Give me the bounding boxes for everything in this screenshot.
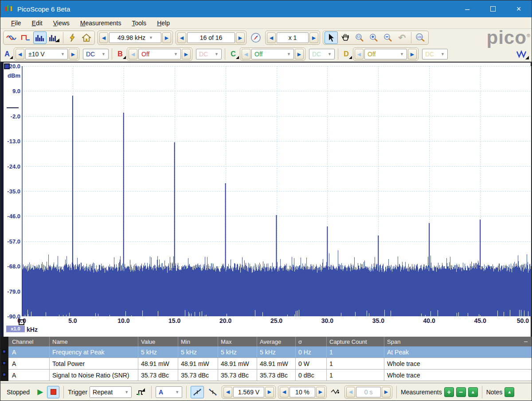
rising-edge-button[interactable]: [191, 386, 204, 398]
row-indicator-square[interactable]: [2, 361, 6, 365]
remove-measurement-button[interactable]: −: [456, 387, 466, 397]
menu-item-help[interactable]: Help: [152, 19, 175, 28]
table-row[interactable]: AFrequency at Peak5 kHz5 kHz5 kHz5 kHz0 …: [8, 346, 532, 358]
home-icon[interactable]: [80, 31, 93, 44]
delay-up-button[interactable]: ▶: [382, 387, 391, 397]
view-mode-group: [3, 31, 95, 45]
table-cell: 48.91 mW: [218, 358, 257, 369]
pointer-tools-group: ↶ 100: [323, 31, 429, 45]
y-axis-offset-marker[interactable]: [7, 107, 19, 108]
hand-tool-icon[interactable]: [339, 31, 352, 44]
menu-item-measurements[interactable]: Measurements: [75, 19, 127, 28]
stop-capture-button[interactable]: [47, 386, 59, 398]
channel-B-range-next-button[interactable]: ▶: [182, 49, 191, 59]
channel-B-range-select[interactable]: Off▼: [138, 49, 181, 59]
menu-item-file[interactable]: File: [6, 19, 27, 28]
signal-generator-icon[interactable]: [19, 31, 32, 44]
start-capture-button[interactable]: ▶: [35, 387, 45, 397]
y-tick-label: -35.0: [4, 188, 20, 195]
frequency-range-next-button[interactable]: ▶: [162, 32, 171, 43]
separator: [225, 48, 225, 60]
channel-B-options-button[interactable]: B: [115, 48, 125, 60]
marquee-zoom-icon[interactable]: [353, 31, 366, 44]
pretrigger-down-button[interactable]: ◀: [280, 387, 289, 397]
frequency-range-select[interactable]: 49.98 kHz ▼: [109, 32, 161, 43]
notes-panel-button[interactable]: ▲: [505, 387, 514, 397]
x-axis-scale-badge[interactable]: x1.0: [6, 326, 25, 332]
y-axis-unit-label: dBm: [4, 72, 20, 79]
channel-D-coupling-value: DC: [425, 51, 434, 58]
channel-A-coupling-select[interactable]: DC▼: [83, 49, 109, 59]
menu-item-tools[interactable]: Tools: [126, 19, 152, 28]
channel-D-coupling-select[interactable]: DC▼: [422, 49, 448, 59]
channel-A-options-button[interactable]: A: [2, 48, 12, 60]
delay-down-button[interactable]: ◀: [346, 387, 355, 397]
zoom-full-icon[interactable]: 100: [414, 31, 427, 44]
persistence-view-icon[interactable]: [47, 31, 61, 44]
channel-D-range-next-button[interactable]: ▶: [408, 49, 417, 59]
minimize-button[interactable]: –: [454, 0, 480, 17]
chevron-down-icon: ▼: [287, 52, 291, 56]
spectrum-plot[interactable]: [22, 66, 531, 316]
menu-item-views[interactable]: Views: [48, 19, 75, 28]
trigger-level-up-button[interactable]: ▶: [265, 387, 274, 397]
channel-C-range-select[interactable]: Off▼: [251, 49, 294, 59]
table-row[interactable]: ASignal to Noise Ratio (SNR)35.73 dBc35.…: [8, 370, 532, 381]
column-header-name: Name: [49, 337, 138, 346]
status-bar: Stopped ▶ Trigger Repeat ▼ A ▼: [0, 383, 532, 401]
scope-view-icon[interactable]: [5, 31, 18, 44]
undo-zoom-icon[interactable]: ↶: [395, 31, 409, 44]
channel-C-options-button[interactable]: C: [228, 48, 238, 60]
frequency-range-prev-button[interactable]: ◀: [99, 32, 108, 43]
add-measurement-button[interactable]: +: [444, 387, 454, 397]
column-header-span: Span: [384, 337, 532, 346]
zoom-out-icon[interactable]: [381, 31, 395, 44]
channel-A-range-prev-button[interactable]: ◀: [16, 49, 24, 59]
waveform-options-button[interactable]: [515, 48, 530, 60]
trigger-level-value[interactable]: 1.569 V: [233, 387, 264, 397]
trigger-channel-select[interactable]: A ▼: [156, 386, 182, 398]
channel-C-coupling-select[interactable]: DC▼: [309, 49, 335, 59]
zoom-in-icon[interactable]: [367, 31, 380, 44]
y-tick-label: 9.0: [4, 88, 20, 94]
y-tick-label: -46.0: [4, 213, 20, 220]
pointer-tool-icon[interactable]: [325, 31, 338, 44]
maximize-button[interactable]: [480, 0, 506, 17]
spectrum-view-icon[interactable]: [33, 31, 47, 44]
channel-C-range-prev-button[interactable]: ◀: [242, 49, 250, 59]
measurements-panel-button[interactable]: ▲: [468, 387, 478, 397]
frequency-range-group: ◀ 49.98 kHz ▼ ▶: [98, 31, 173, 45]
buffer-overview-icon[interactable]: [249, 31, 262, 44]
y-tick-label: -24.0: [4, 163, 20, 169]
table-cell: Whole trace: [384, 358, 532, 369]
channel-D-range-select[interactable]: Off▼: [364, 49, 407, 59]
zoom-factor-prev-button[interactable]: ◀: [267, 32, 276, 43]
chevron-down-icon: ▼: [102, 52, 106, 56]
channel-C-range-next-button[interactable]: ▶: [295, 49, 304, 59]
channel-B-coupling-select[interactable]: DC▼: [196, 49, 222, 59]
buffer-prev-button[interactable]: ◀: [177, 32, 186, 43]
auto-setup-icon[interactable]: [66, 31, 79, 44]
channel-D-range-prev-button[interactable]: ◀: [355, 49, 364, 59]
trigger-level-down-button[interactable]: ◀: [223, 387, 232, 397]
row-indicator-square[interactable]: [2, 373, 6, 377]
falling-edge-button[interactable]: [206, 386, 219, 398]
zoom-factor-next-button[interactable]: ▶: [309, 32, 318, 43]
menu-item-edit[interactable]: Edit: [27, 19, 48, 28]
trigger-marker-icon[interactable]: [134, 386, 147, 398]
row-indicator-column: [0, 337, 8, 381]
trigger-timing-icon[interactable]: [329, 386, 342, 398]
buffer-next-button[interactable]: ▶: [236, 32, 245, 43]
pretrigger-value[interactable]: 10 %: [289, 387, 315, 397]
channel-D-options-button[interactable]: D: [341, 48, 351, 60]
channel-B-range-prev-button[interactable]: ◀: [129, 49, 137, 59]
row-indicator-square[interactable]: [2, 350, 6, 354]
trigger-mode-select[interactable]: Repeat ▼: [90, 386, 132, 398]
table-cell: 5 kHz: [218, 346, 257, 358]
close-button[interactable]: ×: [506, 0, 532, 17]
collapse-table-button[interactable]: –: [523, 338, 529, 345]
channel-A-range-select[interactable]: ±10 V▼: [25, 49, 68, 59]
table-row[interactable]: ATotal Power48.91 mW48.91 mW48.91 mW48.9…: [8, 358, 532, 370]
pretrigger-up-button[interactable]: ▶: [316, 387, 325, 397]
channel-A-range-next-button[interactable]: ▶: [69, 49, 78, 59]
